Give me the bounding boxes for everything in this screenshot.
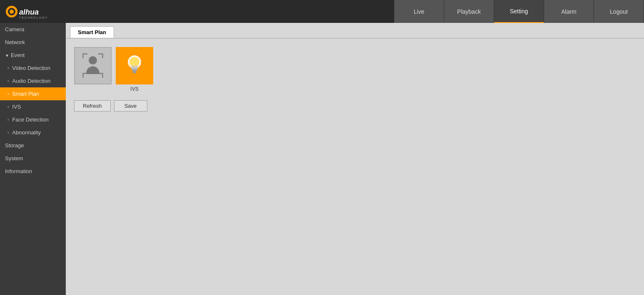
logo: alhua TECHNOLOGY [0,3,58,20]
sidebar-item-system[interactable]: System [0,152,66,165]
sidebar-item-smart-plan[interactable]: › Smart Plan [0,87,66,100]
plan-item-face[interactable] [74,47,112,92]
nav-playback[interactable]: Playback [444,0,494,23]
chevron-right-icon: › [7,79,9,83]
svg-rect-12 [102,73,103,78]
chevron-right-icon: › [7,130,9,135]
chevron-right-icon: › [7,66,9,70]
sidebar-item-audio-detection[interactable]: › Audio Detection [0,74,66,87]
sidebar: Camera Network ▼Event › Video Detection … [0,23,66,295]
tab-bar: Smart Plan [66,23,644,39]
svg-rect-10 [82,73,84,78]
ivs-icon-box[interactable] [116,47,153,84]
sidebar-item-camera[interactable]: Camera [0,23,66,36]
nav-live[interactable]: Live [394,0,444,23]
nav-alarm[interactable]: Alarm [544,0,594,23]
plan-item-ivs[interactable]: IVS [116,47,153,92]
chevron-right-icon: › [7,117,9,122]
svg-rect-21 [133,71,136,73]
bulb-icon [122,51,147,80]
tab-smart-plan[interactable]: Smart Plan [70,26,114,38]
refresh-button[interactable]: Refresh [74,100,111,112]
ivs-item-label: IVS [130,86,138,92]
chevron-right-icon: › [7,92,9,96]
svg-text:TECHNOLOGY: TECHNOLOGY [19,16,48,19]
svg-rect-18 [132,70,137,71]
svg-rect-6 [82,53,84,58]
sidebar-item-information[interactable]: Information [0,165,66,178]
chevron-right-icon: › [7,104,9,109]
save-button[interactable]: Save [114,100,147,112]
content-area: Smart Plan [66,23,644,295]
main-layout: Camera Network ▼Event › Video Detection … [0,23,644,295]
svg-rect-8 [102,53,103,58]
sidebar-item-video-detection[interactable]: › Video Detection [0,62,66,74]
nav-setting[interactable]: Setting [494,0,544,23]
svg-point-13 [89,56,97,64]
sidebar-item-face-detection[interactable]: › Face Detection [0,113,66,126]
nav-buttons: Live Playback Setting Alarm Logout [394,0,644,23]
svg-rect-17 [132,69,137,70]
action-buttons: Refresh Save [74,100,636,112]
plan-items: IVS [74,47,636,92]
chevron-down-icon: ▼ [5,53,9,58]
sidebar-item-storage[interactable]: Storage [0,139,66,152]
svg-text:alhua: alhua [19,8,39,16]
sidebar-item-network[interactable]: Network [0,36,66,49]
nav-logout[interactable]: Logout [594,0,644,23]
person-icon [80,51,105,80]
sidebar-item-event[interactable]: ▼Event [0,49,66,62]
svg-point-2 [10,10,14,14]
header: alhua TECHNOLOGY Live Playback Setting A… [0,0,644,23]
sidebar-item-ivs[interactable]: › IVS [0,100,66,113]
face-icon-box[interactable] [74,47,112,84]
sidebar-item-abnormality[interactable]: › Abnormality [0,126,66,139]
smart-plan-content: IVS Refresh Save [66,39,644,292]
